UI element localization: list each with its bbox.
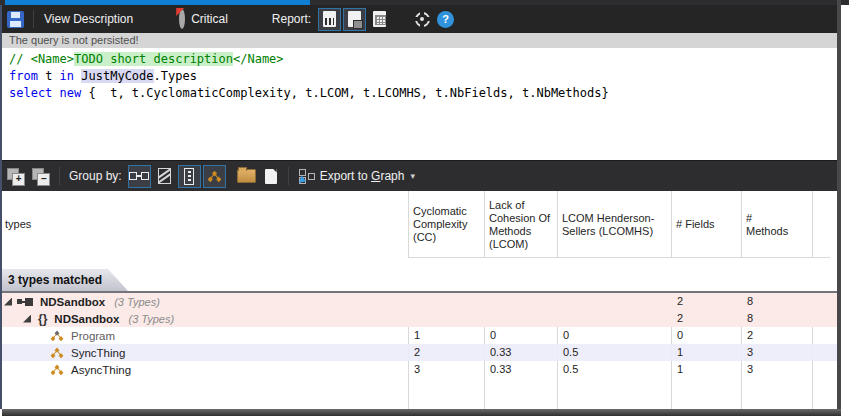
toolbar-separator <box>59 167 60 185</box>
row-suffix: (3 Types) <box>129 313 175 325</box>
results-toolbar: + − Group by: Export to Graph ▾ <box>0 160 837 191</box>
code-line-2: from t in JustMyCode.Types <box>9 68 837 85</box>
group-by-label: Group by: <box>69 169 122 183</box>
row-name: SyncThing <box>71 347 125 359</box>
group-type-icon[interactable] <box>178 165 201 188</box>
group-class-icon[interactable] <box>203 165 226 188</box>
column-header-fields[interactable]: # Fields <box>671 191 741 258</box>
critical-gear-icon[interactable] <box>179 12 185 26</box>
column-separator <box>812 191 813 258</box>
row-name: NDSandbox <box>40 296 105 308</box>
group-folder-icon[interactable] <box>237 169 256 183</box>
row-name: Program <box>71 330 115 342</box>
molecule-glyph <box>207 170 222 183</box>
column-separator <box>741 191 742 258</box>
page-glyph <box>158 168 171 184</box>
report-chart-icon[interactable] <box>318 8 341 31</box>
column-header-methods[interactable]: # Methods <box>741 191 812 258</box>
chevron-down-icon[interactable]: ▾ <box>410 171 415 181</box>
group-namespace-icon[interactable] <box>153 165 176 188</box>
table-row-assembly[interactable]: NDSandbox (3 Types) 2 8 <box>0 293 837 310</box>
export-graph-icon[interactable] <box>298 168 315 184</box>
window-bottom-border <box>2 409 841 416</box>
cell-fields: 0 <box>677 327 683 344</box>
cell-cc: 2 <box>414 344 420 361</box>
column-header-cc[interactable]: Cyclomatic Complexity (CC) <box>408 191 484 258</box>
cell-methods: 3 <box>747 361 753 378</box>
column-separator <box>408 191 409 258</box>
column-separator <box>671 191 672 258</box>
class-icon <box>50 347 64 359</box>
critical-button[interactable]: Critical <box>191 12 228 26</box>
table-row-type[interactable]: SyncThing 2 0.33 0.5 1 3 <box>0 344 837 361</box>
cell-lcom: 0 <box>490 327 496 344</box>
namespace-icon: {} <box>38 312 47 326</box>
expand-all-icon[interactable]: + <box>6 168 25 185</box>
cell-fields: 1 <box>677 344 683 361</box>
view-description-button[interactable]: View Description <box>44 12 133 26</box>
doc-glyph <box>348 11 361 27</box>
header-bottom-line <box>408 257 830 258</box>
cell-lcomhs: 0.5 <box>563 361 578 378</box>
window-left-border <box>0 5 2 409</box>
doc-glyph <box>373 11 386 27</box>
toolbar-separator <box>288 167 289 185</box>
export-to-graph-button[interactable]: Export to Graph <box>320 169 405 183</box>
linked-squares-glyph <box>129 172 149 180</box>
toolbar-separator <box>33 10 34 28</box>
class-icon <box>50 330 64 342</box>
cell-lcom: 0.33 <box>490 361 511 378</box>
table-row-type[interactable]: Program 1 0 0 0 2 <box>0 327 837 344</box>
cell-lcomhs: 0 <box>563 327 569 344</box>
query-editor[interactable]: // <Name>TODO short description</Name> f… <box>2 48 837 160</box>
cell-methods: 2 <box>747 327 753 344</box>
doc-glyph <box>323 11 336 27</box>
cell-fields: 2 <box>677 310 683 327</box>
code-line-3: select new { t, t.CyclomaticComplexity, … <box>9 85 837 102</box>
column-separator <box>484 191 485 258</box>
group-file-icon[interactable] <box>265 169 277 184</box>
report-grid-icon[interactable] <box>368 8 391 31</box>
column-header-types[interactable]: types <box>0 191 408 258</box>
row-name: NDSandbox <box>54 313 119 325</box>
table-row-type[interactable]: AsyncThing 3 0.33 0.5 1 3 <box>0 361 837 378</box>
group-assembly-icon[interactable] <box>128 165 151 188</box>
assembly-icon <box>17 298 33 306</box>
save-icon[interactable] <box>7 11 24 28</box>
column-header-lcomhs[interactable]: LCOM Henderson-Sellers (LCOMHS) <box>557 191 671 258</box>
column-glyph <box>184 168 194 185</box>
cell-methods: 3 <box>747 344 753 361</box>
cell-lcom: 0.33 <box>490 344 511 361</box>
expander-icon[interactable] <box>4 298 12 306</box>
settings-gear-icon[interactable] <box>415 12 430 27</box>
cell-lcomhs: 0.5 <box>563 344 578 361</box>
expander-icon[interactable] <box>23 315 31 323</box>
cell-methods: 8 <box>747 310 753 327</box>
cell-cc: 3 <box>414 361 420 378</box>
cell-cc: 1 <box>414 327 420 344</box>
column-separator <box>557 191 558 258</box>
query-toolbar: View Description Critical Report: ? <box>0 5 837 33</box>
code-line-1: // <Name>TODO short description</Name> <box>9 51 837 68</box>
window-right-border <box>837 0 841 412</box>
report-label: Report: <box>272 12 311 26</box>
cell-fields: 2 <box>677 293 683 310</box>
ndepend-query-window: View Description Critical Report: ? The … <box>0 0 849 419</box>
column-header-lcom[interactable]: Lack of Cohesion Of Methods (LCOM) <box>484 191 557 258</box>
report-save-icon[interactable] <box>343 8 366 31</box>
help-icon[interactable]: ? <box>437 11 454 28</box>
collapse-all-icon[interactable]: − <box>31 168 50 185</box>
query-not-persisted-banner: The query is not persisted! <box>2 33 837 48</box>
match-count-banner: 3 types matched <box>0 269 128 291</box>
class-icon <box>50 364 64 376</box>
cell-methods: 8 <box>747 293 753 310</box>
table-row-namespace[interactable]: {} NDSandbox (3 Types) 2 8 <box>0 310 837 327</box>
row-suffix: (3 Types) <box>114 296 160 308</box>
cell-fields: 1 <box>677 361 683 378</box>
row-name: AsyncThing <box>71 364 131 376</box>
